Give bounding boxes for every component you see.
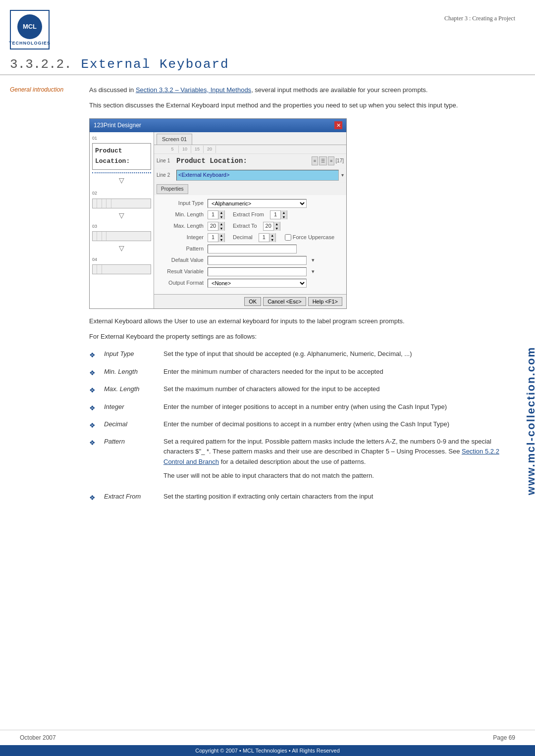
spin-buttons-dec[interactable]: ▲ ▼ [269,233,275,242]
spin-down-ml[interactable]: ▼ [218,226,224,231]
prop-item-desc-0: Set the type of input that should be acc… [163,349,515,360]
pattern-input[interactable] [208,245,297,253]
dotted-separator [92,172,151,173]
spin-down[interactable]: ▼ [218,215,224,219]
spin-down-dec[interactable]: ▼ [269,238,275,242]
list-item: ❖ Input Type Set the type of input that … [89,349,515,360]
field-row-3 [92,231,151,241]
cell [98,232,102,241]
force-uppercase-checkbox[interactable] [285,234,291,241]
copyright-text: Copyright © 2007 • MCL Technologies • Al… [195,748,340,754]
default-value-input[interactable] [208,256,307,265]
spin-down-et[interactable]: ▼ [274,226,280,231]
dialog-footer: OK Cancel <Esc> Help <F1> [154,294,346,308]
decimal-spinner[interactable]: 1 ▲ ▼ [259,233,276,242]
dialog-window: 123Print Designer ✕ 01 Product Location:… [89,118,347,309]
spin-up-ml[interactable]: ▲ [218,222,224,226]
ruler-line: 5 10 15 20 [154,145,346,153]
max-length-label: Max. Length [159,222,204,231]
footer-date: October 2007 [20,734,56,741]
dialog-body: 01 Product Location: ▽ 02 [90,132,346,308]
panel-row-num4: 04 [92,256,151,263]
product-location-display: Product Location: [92,143,151,170]
extract-to-spinner[interactable]: 20 ▲ ▼ [263,222,280,231]
screen-tab-01[interactable]: Screen 01 [157,134,192,145]
spin-buttons-ef[interactable]: ▲ ▼ [280,210,287,219]
intro-text: As discussed in Section 3.3.2 – Variable… [89,85,515,509]
default-value-row: Default Value ▾ [159,256,341,265]
prop-item-name-2: Max. Length [104,384,163,396]
bullet-icon: ❖ [89,437,104,486]
default-value-dropdown-arrow[interactable]: ▾ [312,256,315,265]
ruler-15: 15 [191,146,204,152]
page-header: MCL TECHNOLOGIES Chapter 3 : Creating a … [0,0,535,54]
dialog-left-panel: 01 Product Location: ▽ 02 [90,132,154,308]
integer-label: Integer [159,233,204,242]
line2-input[interactable]: <External Keyboard> [176,170,339,181]
section-link[interactable]: Section 5.2.2 Control and Branch [163,448,499,465]
side-url: www.mcl-collection.com [525,347,535,495]
dialog-close-button[interactable]: ✕ [334,121,342,129]
list-item: ❖ Min. Length Enter the minimum number o… [89,367,515,378]
spin-up-et[interactable]: ▲ [274,222,280,226]
prop-item-desc-4: Enter the number of decimal positions to… [163,419,515,431]
cell [93,265,97,274]
variables-link[interactable]: Section 3.3.2 – Variables, Input Methods [136,86,251,94]
field-row-4 [92,264,151,274]
integer-spinner[interactable]: 1 ▲ ▼ [208,233,225,242]
cell [93,232,97,241]
result-variable-row: Result Variable ▾ [159,267,341,276]
result-variable-dropdown-arrow[interactable]: ▾ [312,267,315,276]
logo-circle: MCL [17,14,42,39]
logo-inner-text: MCL [23,23,37,30]
spin-buttons-int[interactable]: ▲ ▼ [218,233,224,242]
spin-up-int[interactable]: ▲ [218,233,224,238]
copyright-bar: Copyright © 2007 • MCL Technologies • Al… [0,745,535,756]
prop-item-desc-5: Set a required pattern for the input. Po… [163,437,515,486]
spin-up-dec[interactable]: ▲ [269,233,275,238]
arrow-down-2: ▽ [92,210,151,221]
bullet-icon: ❖ [89,384,104,396]
spin-down-int[interactable]: ▼ [218,238,224,242]
min-length-spinner[interactable]: 1 ▲ ▼ [208,210,225,219]
logo-bottom-text: TECHNOLOGIES [9,41,51,46]
prop-item-desc-2: Set the maximum number of characters all… [163,384,515,396]
bullet-icon: ❖ [89,492,104,503]
input-type-select[interactable]: <Alphanumeric> [208,199,307,208]
dialog-titlebar: 123Print Designer ✕ [90,119,346,132]
max-length-spinner[interactable]: 20 ▲ ▼ [208,222,225,231]
spin-buttons[interactable]: ▲ ▼ [218,210,224,219]
ok-button[interactable]: OK [244,297,261,306]
input-type-row: Input Type <Alphanumeric> [159,199,341,208]
content-area: General introduction As discussed in Sec… [0,75,535,519]
prop-item-name-1: Min. Length [104,367,163,378]
cancel-button[interactable]: Cancel <Esc> [263,297,306,306]
spin-buttons-et[interactable]: ▲ ▼ [273,222,280,231]
line1-icons: ≡ ☰ ≡ [17] [312,156,344,165]
field-row-2 [92,199,151,208]
prop-item-name-4: Decimal [104,419,163,431]
ruler-5: 5 [166,146,179,152]
cell [98,199,102,208]
ruler-20: 20 [204,146,216,152]
product-location-text: Product Location: [95,147,130,165]
list-item: ❖ Integer Enter the number of integer po… [89,402,515,413]
icon-box-1: ≡ [312,156,318,165]
integer-row: Integer 1 ▲ ▼ Decimal [159,233,341,242]
integer-value: 1 [208,233,218,242]
spin-buttons-ml[interactable]: ▲ ▼ [218,222,224,231]
spin-up-ef[interactable]: ▲ [281,210,287,215]
screen-tabs: Screen 01 [154,132,346,146]
prop-item-name-5: Pattern [104,437,163,486]
output-format-select[interactable]: <None> [208,279,307,288]
spin-up[interactable]: ▲ [218,210,224,215]
properties-tab[interactable]: Properties [157,184,188,194]
result-variable-input[interactable] [208,267,307,276]
line2-dropdown-arrow[interactable]: ▾ [341,171,344,179]
extract-from-value: 1 [270,210,280,219]
help-button[interactable]: Help <F1> [308,297,342,306]
intro-label: General introduction [10,85,89,509]
min-length-row: Min. Length 1 ▲ ▼ Extract From [159,210,341,219]
extract-from-spinner[interactable]: 1 ▲ ▼ [270,210,287,219]
spin-down-ef[interactable]: ▼ [281,215,287,219]
